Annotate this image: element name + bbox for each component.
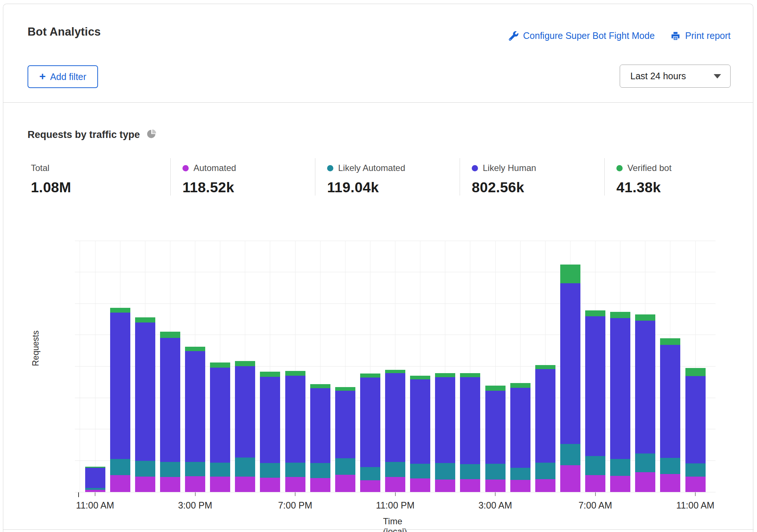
bar-segment-likely-human-12-00-am-13[interactable] [410,379,430,464]
bar-segment-verified-bot-10-00-am-23[interactable] [660,338,680,345]
bar-segment-likely-automated-9-00-am-22[interactable] [635,453,655,472]
time-range-select[interactable]: Last 24 hours [620,65,731,88]
bar-segment-verified-bot-4-00-pm-5[interactable] [210,362,230,368]
bar-segment-verified-bot-2-00-am-15[interactable] [460,373,480,377]
bar-segment-likely-automated-7-00-am-20[interactable] [585,456,605,475]
bar-segment-likely-automated-4-00-pm-5[interactable] [210,463,230,477]
bar-segment-likely-human-5-00-am-18[interactable] [535,369,555,462]
bar-segment-likely-human-10-00-am-23[interactable] [660,345,680,458]
bar-segment-automated-3-00-am-16[interactable] [485,480,506,492]
bar-segment-likely-human-8-00-pm-9[interactable] [310,388,330,463]
bar-segment-likely-human-4-00-pm-5[interactable] [210,368,230,463]
bar-segment-automated-5-00-pm-6[interactable] [235,477,255,492]
bar-segment-likely-automated-3-00-pm-4[interactable] [185,462,205,476]
bar-segment-likely-human-9-00-am-22[interactable] [635,321,655,453]
bar-segment-likely-automated-6-00-pm-7[interactable] [260,463,280,478]
print-report-link[interactable]: Print report [671,30,731,41]
bar-segment-verified-bot-5-00-am-18[interactable] [535,365,555,369]
bar-segment-verified-bot-12-00-am-13[interactable] [410,376,430,379]
bar-segment-automated-4-00-am-17[interactable] [510,480,530,492]
bar-segment-verified-bot-9-00-pm-10[interactable] [335,387,355,391]
bar-segment-automated-6-00-am-19[interactable] [560,465,580,492]
bar-segment-likely-human-7-00-am-20[interactable] [585,316,605,456]
bar-segment-automated-12-00-am-13[interactable] [410,478,430,492]
bar-segment-likely-human-11-00-am-0[interactable] [85,468,105,488]
bar-segment-verified-bot-5-00-pm-6[interactable] [235,361,255,366]
bar-segment-likely-human-9-00-pm-10[interactable] [335,391,355,458]
bar-segment-likely-automated-4-00-am-17[interactable] [510,468,530,480]
bar-segment-automated-11-00-am-0[interactable] [85,490,105,492]
bar-segment-automated-11-00-pm-12[interactable] [385,477,405,492]
bar-segment-verified-bot-9-00-am-22[interactable] [635,314,655,320]
bar-segment-automated-5-00-am-18[interactable] [535,479,555,492]
bar-segment-automated-7-00-am-20[interactable] [585,475,605,492]
bar-segment-automated-2-00-am-15[interactable] [460,479,480,492]
bar-segment-automated-7-00-pm-8[interactable] [285,477,305,492]
bar-segment-likely-human-12-00-pm-1[interactable] [110,313,130,459]
bar-segment-automated-12-00-pm-1[interactable] [110,475,130,492]
bar-segment-automated-10-00-am-23[interactable] [660,474,680,492]
bar-segment-verified-bot-10-00-pm-11[interactable] [360,374,380,378]
bar-segment-verified-bot-11-00-am-0[interactable] [85,467,105,468]
bar-segment-likely-automated-6-00-am-19[interactable] [560,444,580,465]
bar-segment-automated-6-00-pm-7[interactable] [260,478,280,492]
bar-segment-likely-automated-9-00-pm-10[interactable] [335,458,355,475]
bar-segment-likely-human-2-00-pm-3[interactable] [160,338,180,462]
bar-segment-likely-automated-11-00-am-24[interactable] [685,463,706,477]
bar-segment-likely-automated-3-00-am-16[interactable] [485,464,506,480]
bar-segment-automated-1-00-am-14[interactable] [435,480,455,492]
bar-segment-verified-bot-4-00-am-17[interactable] [510,383,530,388]
bar-segment-likely-human-3-00-am-16[interactable] [485,391,506,464]
bar-segment-likely-automated-8-00-pm-9[interactable] [310,463,330,478]
bar-segment-likely-automated-12-00-am-13[interactable] [410,464,430,478]
bar-segment-automated-2-00-pm-3[interactable] [160,477,180,492]
bar-segment-likely-human-6-00-am-19[interactable] [560,283,580,444]
bar-segment-verified-bot-6-00-am-19[interactable] [560,265,580,283]
bar-segment-verified-bot-11-00-pm-12[interactable] [385,370,405,373]
bar-segment-likely-automated-5-00-pm-6[interactable] [235,458,255,477]
bar-segment-automated-4-00-pm-5[interactable] [210,477,230,492]
bar-segment-likely-human-4-00-am-17[interactable] [510,388,530,468]
configure-super-bot-fight-mode-link[interactable]: Configure Super Bot Fight Mode [509,30,655,41]
bar-segment-likely-human-5-00-pm-6[interactable] [235,366,255,458]
bar-segment-likely-human-3-00-pm-4[interactable] [185,351,205,462]
bar-segment-automated-9-00-pm-10[interactable] [335,475,355,492]
bar-segment-likely-automated-12-00-pm-1[interactable] [110,459,130,475]
bar-segment-likely-automated-5-00-am-18[interactable] [535,463,555,479]
bar-segment-verified-bot-1-00-am-14[interactable] [435,373,455,377]
bar-segment-automated-8-00-pm-9[interactable] [310,478,330,492]
bar-segment-likely-automated-11-00-am-0[interactable] [85,488,105,490]
bar-segment-likely-automated-1-00-pm-2[interactable] [135,461,155,477]
bar-segment-verified-bot-8-00-am-21[interactable] [610,312,630,318]
bar-segment-verified-bot-12-00-pm-1[interactable] [110,308,130,313]
bar-segment-likely-automated-2-00-am-15[interactable] [460,464,480,479]
bar-segment-likely-automated-10-00-pm-11[interactable] [360,467,380,480]
bar-segment-likely-human-11-00-am-24[interactable] [685,376,706,463]
bar-segment-likely-automated-11-00-pm-12[interactable] [385,462,405,477]
bar-segment-verified-bot-7-00-am-20[interactable] [585,310,605,316]
bar-segment-automated-1-00-pm-2[interactable] [135,477,155,492]
bar-segment-verified-bot-6-00-pm-7[interactable] [260,372,280,377]
bar-segment-likely-human-7-00-pm-8[interactable] [285,376,305,462]
bar-segment-automated-9-00-am-22[interactable] [635,472,655,492]
bar-segment-automated-3-00-pm-4[interactable] [185,476,205,492]
bar-segment-likely-human-10-00-pm-11[interactable] [360,378,380,467]
bar-segment-verified-bot-8-00-pm-9[interactable] [310,384,330,388]
bar-segment-likely-automated-1-00-am-14[interactable] [435,463,455,480]
bar-segment-automated-11-00-am-24[interactable] [685,477,706,492]
bar-segment-likely-human-8-00-am-21[interactable] [610,318,630,459]
bar-segment-verified-bot-2-00-pm-3[interactable] [160,332,180,338]
bar-segment-likely-human-11-00-pm-12[interactable] [385,373,405,462]
bar-segment-likely-human-2-00-am-15[interactable] [460,377,480,464]
bar-segment-automated-8-00-am-21[interactable] [610,476,630,492]
bar-segment-likely-automated-8-00-am-21[interactable] [610,459,630,476]
bar-segment-likely-automated-2-00-pm-3[interactable] [160,462,180,477]
add-filter-button[interactable]: + Add filter [28,65,98,88]
bar-segment-likely-human-1-00-pm-2[interactable] [135,323,155,461]
bar-segment-likely-automated-7-00-pm-8[interactable] [285,463,305,477]
bar-segment-likely-human-6-00-pm-7[interactable] [260,377,280,463]
bar-segment-verified-bot-3-00-am-16[interactable] [485,386,506,391]
bar-segment-verified-bot-11-00-am-24[interactable] [685,368,706,376]
bar-segment-verified-bot-3-00-pm-4[interactable] [185,347,205,351]
bar-segment-likely-human-1-00-am-14[interactable] [435,377,455,463]
